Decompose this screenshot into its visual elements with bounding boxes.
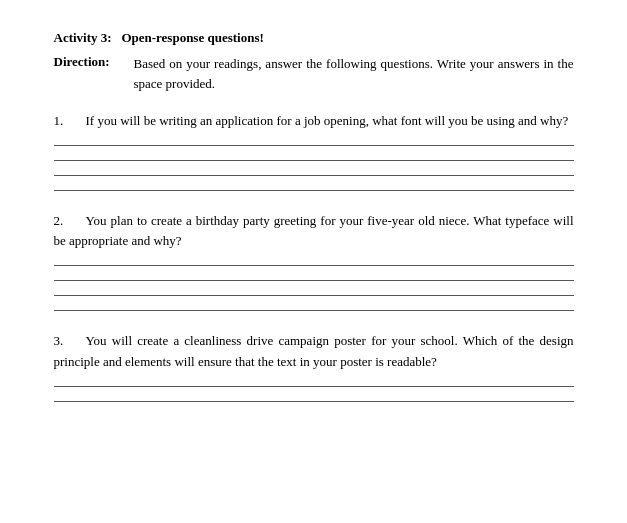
question-block-3: 3.You will create a cleanliness drive ca… [54, 331, 574, 401]
answer-line [54, 310, 574, 311]
question-block-2: 2.You plan to create a birthday party gr… [54, 211, 574, 311]
question-body-3: You will create a cleanliness drive camp… [54, 333, 574, 368]
question-number-2: 2. [54, 211, 86, 231]
answer-line [54, 280, 574, 281]
answer-lines-1 [54, 145, 574, 191]
page-container: Activity 3: Open-response questions! Dir… [34, 0, 594, 452]
answer-lines-3 [54, 386, 574, 402]
activity-label: Activity 3: [54, 30, 112, 45]
answer-line [54, 295, 574, 296]
question-body-2: You plan to create a birthday party gree… [54, 213, 574, 248]
question-body-1: If you will be writing an application fo… [86, 113, 569, 128]
answer-line [54, 401, 574, 402]
answer-line [54, 145, 574, 146]
direction-label: Direction: [54, 54, 134, 93]
answer-line [54, 190, 574, 191]
activity-title-text: Open-response questions! [121, 30, 263, 45]
question-number-3: 3. [54, 331, 86, 351]
answer-lines-2 [54, 265, 574, 311]
answer-line [54, 386, 574, 387]
question-text-2: 2.You plan to create a birthday party gr… [54, 211, 574, 251]
answer-line [54, 265, 574, 266]
answer-line [54, 160, 574, 161]
question-text-3: 3.You will create a cleanliness drive ca… [54, 331, 574, 371]
direction-text: Based on your readings, answer the follo… [134, 54, 574, 93]
question-block-1: 1.If you will be writing an application … [54, 111, 574, 191]
question-text-1: 1.If you will be writing an application … [54, 111, 574, 131]
question-number-1: 1. [54, 111, 86, 131]
direction-row: Direction: Based on your readings, answe… [54, 54, 574, 93]
activity-title: Activity 3: Open-response questions! [54, 30, 574, 46]
answer-line [54, 175, 574, 176]
